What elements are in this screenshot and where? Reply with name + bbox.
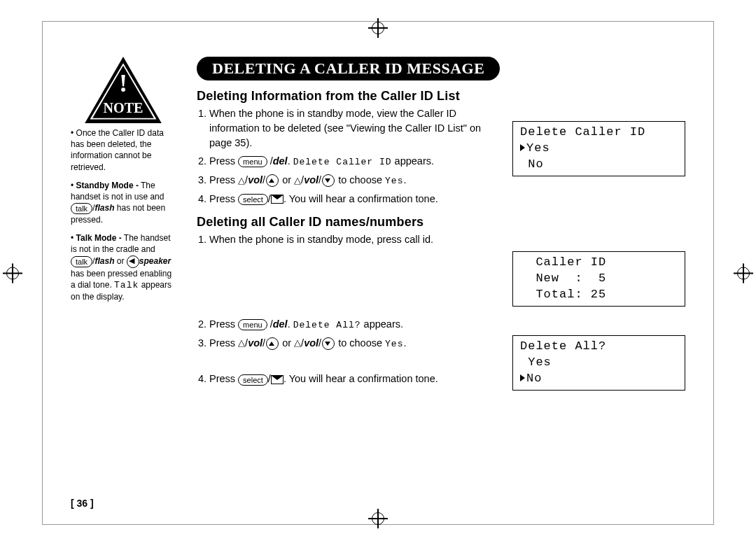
s2-step2: Press menu /del. Delete All? appears. xyxy=(209,317,498,332)
vol-down-icon xyxy=(322,174,335,187)
vol-down-icon xyxy=(322,337,335,350)
s1-step2: Press menu /del. Delete Caller ID appear… xyxy=(209,154,498,169)
ringer-icon: △ xyxy=(238,337,245,350)
talk-button-icon: talk xyxy=(71,203,92,214)
section1-heading: Deleting Information from the Caller ID … xyxy=(197,89,685,104)
vol-up-icon xyxy=(266,337,279,350)
vol-up-icon xyxy=(266,174,279,187)
main-column: DELETING A CALLER ID MESSAGE Deleting In… xyxy=(197,57,685,395)
svg-text:NOTE: NOTE xyxy=(104,100,144,115)
envelope-icon xyxy=(271,195,284,204)
note-bullet-1: • Once the Caller ID data has been delet… xyxy=(71,127,176,173)
select-button-icon: select xyxy=(238,374,268,386)
note-bullet-standby: • Standby Mode - The handset is not in u… xyxy=(71,180,176,225)
crop-mark-left xyxy=(6,266,19,281)
crop-mark-bottom xyxy=(372,511,384,526)
crop-mark-top xyxy=(372,20,384,35)
s2-step4: Press select/. You will hear a confirmat… xyxy=(209,372,498,386)
section1-steps: When the phone is in standby mode, view … xyxy=(209,106,498,206)
ringer-icon: △ xyxy=(294,174,301,188)
note-column: ! NOTE • Once the Caller ID data has bee… xyxy=(71,57,176,395)
menu-button-icon: menu xyxy=(238,319,267,330)
menu-button-icon: menu xyxy=(238,156,267,167)
ringer-icon: △ xyxy=(238,174,245,188)
note-bullet-talk: • Talk Mode - The handset is not in the … xyxy=(71,232,176,302)
talk-button-icon: talk xyxy=(71,256,92,267)
s1-step4: Press select/. You will hear a confirmat… xyxy=(209,192,498,206)
section2-steps: When the phone is in standby mode, press… xyxy=(209,232,498,387)
s1-step3: Press △/vol/ or △/vol/ to choose Yes. xyxy=(209,173,498,188)
ringer-icon: △ xyxy=(294,337,301,350)
note-icon: ! NOTE xyxy=(85,57,162,123)
page-title-banner: DELETING A CALLER ID MESSAGE xyxy=(197,57,500,80)
s1-step1: When the phone is in standby mode, view … xyxy=(209,106,498,150)
svg-text:!: ! xyxy=(119,69,127,97)
manual-page: ! NOTE • Once the Caller ID data has bee… xyxy=(42,21,714,525)
page-number: [ 36 ] xyxy=(71,498,94,509)
select-button-icon: select xyxy=(238,194,268,205)
s2-step1: When the phone is in standby mode, press… xyxy=(209,232,498,247)
lcd-delete-caller-id: Delete Caller ID Yes No xyxy=(512,121,685,176)
section2-heading: Deleting all Caller ID names/numbers xyxy=(197,215,685,230)
speaker-icon xyxy=(127,255,139,268)
envelope-icon xyxy=(271,375,284,384)
lcd-caller-id-count: Caller ID New : 5 Total: 25 xyxy=(512,251,685,307)
lcd-delete-all: Delete All? Yes No xyxy=(512,335,685,391)
crop-mark-right xyxy=(737,266,750,281)
s2-step3: Press △/vol/ or △/vol/ to choose Yes. xyxy=(209,336,498,351)
